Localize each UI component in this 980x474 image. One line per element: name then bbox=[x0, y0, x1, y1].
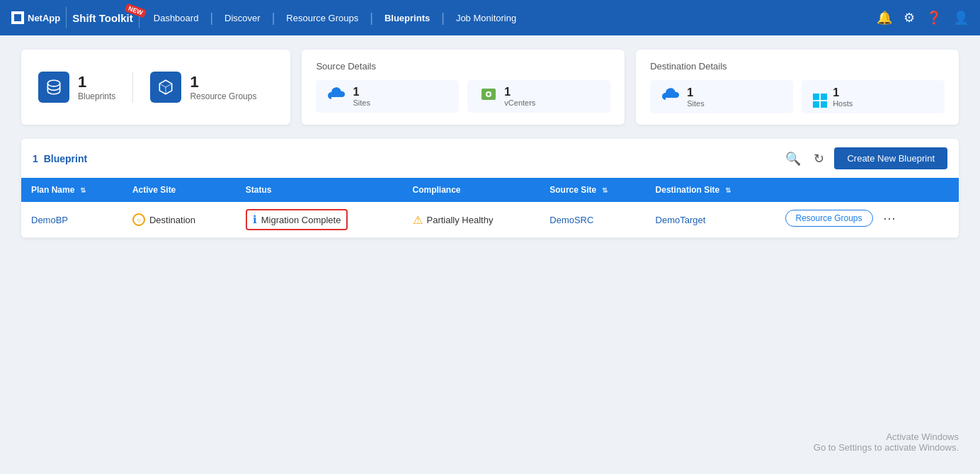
blueprint-word: Blueprint bbox=[44, 153, 87, 164]
destination-site-link[interactable]: DemoTarget bbox=[656, 215, 706, 225]
netapp-logo: NetApp bbox=[11, 11, 60, 24]
status-text: Migration Complete bbox=[261, 215, 341, 225]
col-source-site: Source Site ⇅ bbox=[540, 178, 645, 202]
stats-row: 1 Blueprints 1 Resource Groups Source De… bbox=[21, 50, 959, 125]
col-compliance: Compliance bbox=[403, 178, 540, 202]
vcenters-count: 1 bbox=[504, 86, 535, 98]
navbar: NetApp Shift Toolkit NEW Dashboard | Dis… bbox=[0, 0, 980, 35]
sort-plan-name-icon[interactable]: ⇅ bbox=[80, 186, 86, 194]
vcenter-icon bbox=[479, 86, 498, 107]
source-details-title: Source Details bbox=[316, 61, 610, 72]
table-header-row: Plan Name ⇅ Active Site Status Complianc… bbox=[21, 178, 959, 202]
destination-details-title: Destination Details bbox=[650, 61, 945, 72]
blueprints-table: Plan Name ⇅ Active Site Status Complianc… bbox=[21, 178, 959, 238]
dest-sites-item: 1 Sites bbox=[650, 80, 793, 113]
activate-line2: Go to Settings to activate Windows. bbox=[814, 442, 959, 453]
compliance-text: Partially Healthy bbox=[427, 215, 494, 225]
nav-dashboard[interactable]: Dashboard bbox=[145, 9, 207, 28]
resource-groups-icon bbox=[150, 72, 181, 103]
sort-source-site-icon[interactable]: ⇅ bbox=[602, 186, 608, 194]
settings-button[interactable]: ⚙ bbox=[904, 10, 915, 26]
refresh-button[interactable]: ↻ bbox=[811, 148, 827, 169]
destination-indicator-icon: ○ bbox=[132, 213, 145, 226]
vcenters-item: 1 vCenters bbox=[467, 80, 610, 113]
source-sites-item: 1 Sites bbox=[316, 80, 459, 113]
nav-sep-2: | bbox=[272, 11, 275, 24]
col-active-site: Active Site bbox=[122, 178, 236, 202]
status-cell: ℹ Migration Complete bbox=[246, 209, 348, 230]
cell-source-site: DemoSRC bbox=[540, 202, 645, 238]
vcenters-label: vCenters bbox=[504, 98, 535, 107]
resource-groups-button[interactable]: Resource Groups bbox=[785, 210, 873, 227]
active-site-cell: ○ Destination bbox=[132, 213, 226, 226]
destination-details-items: 1 Sites 1 Hosts bbox=[650, 80, 945, 113]
blueprints-text: 1 Blueprints bbox=[78, 73, 115, 101]
blueprint-number: 1 bbox=[33, 153, 38, 164]
navbar-right: 🔔 ⚙ ❓ 👤 bbox=[877, 10, 969, 26]
svg-point-0 bbox=[47, 80, 59, 86]
warning-icon: ⚠ bbox=[413, 213, 423, 227]
source-site-link[interactable]: DemoSRC bbox=[549, 215, 593, 225]
plan-name-link[interactable]: DemoBP bbox=[31, 215, 68, 225]
hosts-text: 1 Hosts bbox=[833, 86, 853, 108]
nav-divider-1 bbox=[66, 7, 67, 28]
col-plan-name: Plan Name ⇅ bbox=[21, 178, 122, 202]
blueprints-label: Blueprints bbox=[78, 91, 115, 101]
source-sites-count: 1 bbox=[353, 86, 370, 98]
nav-resource-groups[interactable]: Resource Groups bbox=[278, 9, 367, 28]
blueprint-count-label: 1 Blueprint bbox=[33, 153, 90, 164]
vcenters-text: 1 vCenters bbox=[504, 86, 535, 107]
table-header: 1 Blueprint 🔍 ↻ Create New Blueprint bbox=[21, 139, 959, 178]
cell-destination-site: DemoTarget bbox=[646, 202, 775, 238]
netapp-logo-icon bbox=[11, 11, 24, 24]
dest-sites-label: Sites bbox=[687, 99, 704, 108]
status-info-icon: ℹ bbox=[253, 213, 257, 226]
cell-active-site: ○ Destination bbox=[122, 202, 236, 238]
hosts-count: 1 bbox=[833, 86, 853, 99]
col-status: Status bbox=[236, 178, 403, 202]
blueprints-icon bbox=[38, 72, 69, 103]
resource-groups-text: 1 Resource Groups bbox=[190, 73, 256, 101]
create-new-blueprint-button[interactable]: Create New Blueprint bbox=[834, 147, 947, 169]
resource-groups-label: Resource Groups bbox=[190, 91, 256, 101]
activate-windows-notice: Activate Windows Go to Settings to activ… bbox=[814, 431, 959, 453]
help-button[interactable]: ❓ bbox=[926, 10, 942, 26]
sort-dest-site-icon[interactable]: ⇅ bbox=[725, 186, 731, 194]
nav-links: Dashboard | Discover | Resource Groups |… bbox=[145, 9, 525, 28]
shift-toolkit-label: Shift Toolkit bbox=[72, 12, 133, 24]
source-sites-text: 1 Sites bbox=[353, 86, 370, 107]
nav-sep-4: | bbox=[441, 11, 445, 24]
cell-row-actions: Resource Groups ⋯ bbox=[775, 202, 959, 235]
netapp-brand-text: NetApp bbox=[28, 13, 60, 23]
more-options-button[interactable]: ⋯ bbox=[879, 209, 900, 227]
source-details-card: Source Details 1 Sites 1 bbox=[302, 50, 625, 125]
notification-button[interactable]: 🔔 bbox=[877, 10, 892, 26]
source-details-items: 1 Sites 1 vCenters bbox=[316, 80, 610, 113]
nav-blueprints[interactable]: Blueprints bbox=[376, 9, 438, 28]
hosts-item: 1 Hosts bbox=[802, 80, 945, 113]
nav-discover[interactable]: Discover bbox=[216, 9, 269, 28]
destination-details-card: Destination Details 1 Sites bbox=[636, 50, 959, 125]
resource-groups-count: 1 bbox=[190, 73, 256, 91]
nav-job-monitoring[interactable]: Job Monitoring bbox=[448, 9, 525, 28]
col-destination-site: Destination Site ⇅ bbox=[646, 178, 775, 202]
cell-plan-name: DemoBP bbox=[21, 202, 122, 238]
activate-line1: Activate Windows bbox=[814, 431, 959, 442]
dest-sites-text: 1 Sites bbox=[687, 86, 704, 108]
nav-sep-3: | bbox=[370, 11, 373, 24]
dest-sites-count: 1 bbox=[687, 86, 704, 99]
table-row: DemoBP ○ Destination ℹ Migration Complet… bbox=[21, 202, 959, 238]
compliance-cell: ⚠ Partially Healthy bbox=[413, 213, 530, 227]
svg-point-3 bbox=[487, 93, 490, 96]
blueprints-stat: 1 Blueprints bbox=[38, 72, 132, 103]
hosts-label: Hosts bbox=[833, 99, 853, 108]
col-actions bbox=[775, 178, 959, 202]
active-site-text: Destination bbox=[149, 215, 195, 225]
profile-button[interactable]: 👤 bbox=[953, 10, 969, 26]
dest-sites-icon bbox=[661, 87, 681, 107]
blueprints-count: 1 bbox=[78, 73, 115, 91]
resource-groups-stat: 1 Resource Groups bbox=[132, 72, 273, 103]
summary-card: 1 Blueprints 1 Resource Groups bbox=[21, 50, 290, 125]
search-button[interactable]: 🔍 bbox=[782, 148, 804, 169]
blueprint-table-section: 1 Blueprint 🔍 ↻ Create New Blueprint Pla… bbox=[21, 139, 959, 238]
